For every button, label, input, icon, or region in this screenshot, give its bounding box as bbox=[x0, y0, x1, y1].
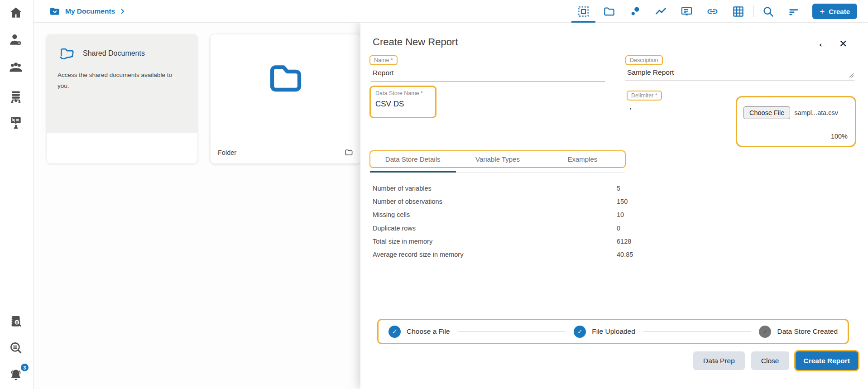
shared-card-title: Shared Documents bbox=[83, 49, 145, 58]
app-screen: 3 My Documents bbox=[0, 0, 868, 389]
sort-filter-icon[interactable] bbox=[781, 0, 807, 23]
line-chart-icon[interactable] bbox=[648, 0, 674, 23]
data-store-name-underline bbox=[371, 118, 605, 118]
uploaded-file-name: sampl...ata.csv bbox=[794, 109, 838, 116]
create-report-button[interactable]: Create Report bbox=[796, 351, 858, 370]
details-tabs: Data Store Details Variable Types Exampl… bbox=[369, 150, 626, 168]
dashboard-select-icon[interactable] bbox=[571, 0, 596, 23]
tab-variable-types[interactable]: Variable Types bbox=[455, 151, 540, 167]
step-check-icon: ✓ bbox=[388, 326, 401, 338]
folder-down-icon bbox=[49, 6, 61, 17]
data-search-icon[interactable] bbox=[7, 339, 24, 356]
step-label: Data Store Created bbox=[777, 327, 838, 336]
step-connector bbox=[643, 331, 751, 332]
stat-row: Duplicate rows 0 bbox=[373, 221, 699, 235]
name-field-label: Name * bbox=[369, 55, 398, 65]
textarea-resize-icon[interactable] bbox=[849, 72, 854, 80]
description-field-label: Description bbox=[625, 55, 663, 65]
training-presentation-icon[interactable] bbox=[7, 114, 24, 131]
stat-label: Number of observations bbox=[373, 198, 442, 205]
stat-row: Number of variables 5 bbox=[373, 182, 699, 195]
shared-documents-card[interactable]: Shared Documents Access the shared docum… bbox=[47, 34, 197, 163]
close-icon[interactable]: ✕ bbox=[839, 39, 847, 49]
shared-card-description: Access the shared documents available to… bbox=[58, 70, 185, 91]
stat-label: Missing cells bbox=[373, 211, 410, 218]
active-tab-indicator bbox=[370, 171, 456, 173]
step-label: File Uploaded bbox=[592, 327, 635, 336]
shared-folder-icon bbox=[58, 45, 77, 64]
stat-value: 5 bbox=[617, 185, 620, 192]
data-prep-button[interactable]: Data Prep bbox=[693, 351, 745, 370]
stat-value: 6128 bbox=[617, 238, 631, 245]
link-icon[interactable] bbox=[700, 0, 725, 23]
modal-actions: Data Prep Close Create Report bbox=[693, 351, 858, 370]
stat-value: 0 bbox=[617, 225, 620, 232]
description-input[interactable]: Sample Report bbox=[627, 68, 674, 77]
folder-card[interactable]: Folder bbox=[211, 34, 361, 163]
stat-row: Average record size in memory 40.85 bbox=[373, 248, 699, 261]
home-icon[interactable] bbox=[7, 4, 24, 21]
data-store-stats: Number of variables 5 Number of observat… bbox=[373, 182, 699, 261]
left-sidebar: 3 bbox=[0, 0, 34, 389]
folder-view-icon[interactable] bbox=[596, 0, 622, 23]
name-input[interactable]: Report bbox=[373, 69, 394, 77]
delimiter-input-underline bbox=[625, 118, 725, 118]
data-store-name-field[interactable]: Data Store Name * CSV DS bbox=[369, 86, 436, 118]
breadcrumb-label[interactable]: My Documents bbox=[65, 7, 115, 15]
top-bar: My Documents bbox=[34, 0, 868, 23]
groups-icon[interactable] bbox=[7, 58, 24, 76]
notifications-bell-icon[interactable]: 3 bbox=[7, 366, 24, 384]
delimiter-input[interactable]: , bbox=[629, 102, 631, 110]
data-store-name-label: Data Store Name * bbox=[375, 90, 423, 96]
create-report-modal: Create New Report ← ✕ Name * Report Desc… bbox=[360, 23, 868, 389]
folder-card-footer: Folder bbox=[211, 141, 361, 163]
view-toolbar: + Create bbox=[571, 0, 857, 23]
back-arrow-icon[interactable]: ← bbox=[817, 37, 829, 49]
step-choose-a-file: ✓ Choose a File bbox=[388, 326, 450, 338]
toolbar-divider bbox=[753, 5, 753, 17]
chevron-right-icon bbox=[120, 8, 126, 14]
create-button[interactable]: + Create bbox=[812, 4, 857, 19]
tab-examples[interactable]: Examples bbox=[540, 151, 625, 167]
breadcrumb[interactable]: My Documents bbox=[49, 0, 126, 23]
step-check-icon: ✓ bbox=[574, 326, 586, 338]
step-check-icon: ✓ bbox=[759, 326, 771, 338]
step-data-store-created: ✓ Data Store Created bbox=[759, 326, 838, 338]
presentation-board-icon[interactable] bbox=[674, 0, 700, 23]
stat-label: Number of variables bbox=[373, 185, 432, 192]
stat-label: Average record size in memory bbox=[373, 251, 463, 258]
search-icon[interactable] bbox=[755, 0, 781, 23]
close-button[interactable]: Close bbox=[751, 351, 789, 370]
stat-value: 40.85 bbox=[617, 251, 633, 258]
shared-card-footer bbox=[47, 133, 197, 163]
plus-icon: + bbox=[820, 7, 825, 16]
data-audit-icon[interactable] bbox=[7, 313, 24, 330]
upload-progress: 100% bbox=[831, 133, 848, 140]
bubble-chart-icon[interactable] bbox=[622, 0, 648, 23]
folder-small-icon[interactable] bbox=[344, 148, 354, 157]
data-sources-icon[interactable] bbox=[7, 88, 24, 106]
stat-row: Number of observations 150 bbox=[373, 195, 699, 208]
description-input-underline bbox=[625, 81, 854, 81]
modal-title: Create New Report bbox=[373, 36, 458, 48]
grid-table-icon[interactable] bbox=[725, 0, 751, 23]
step-file-uploaded: ✓ File Uploaded bbox=[574, 326, 635, 338]
stat-value: 150 bbox=[617, 198, 628, 205]
stat-label: Total size in memory bbox=[373, 238, 432, 245]
notification-badge: 3 bbox=[21, 364, 29, 371]
stat-label: Duplicate rows bbox=[373, 225, 416, 232]
step-connector bbox=[458, 331, 566, 332]
tab-data-store-details[interactable]: Data Store Details bbox=[370, 151, 455, 167]
stat-row: Total size in memory 6128 bbox=[373, 235, 699, 248]
user-settings-icon[interactable] bbox=[7, 31, 24, 48]
upload-stepper: ✓ Choose a File ✓ File Uploaded ✓ Data S… bbox=[377, 319, 849, 344]
delimiter-field-label: Delimiter * bbox=[627, 91, 662, 101]
folder-card-label: Folder bbox=[218, 149, 344, 156]
stat-value: 10 bbox=[617, 211, 624, 218]
data-store-name-input[interactable]: CSV DS bbox=[375, 100, 404, 109]
create-button-label: Create bbox=[829, 8, 850, 15]
choose-file-button[interactable]: Choose File bbox=[743, 106, 790, 119]
step-label: Choose a File bbox=[407, 327, 450, 336]
folder-large-icon bbox=[263, 61, 308, 99]
file-upload-box: Choose File sampl...ata.csv 100% bbox=[736, 96, 856, 147]
